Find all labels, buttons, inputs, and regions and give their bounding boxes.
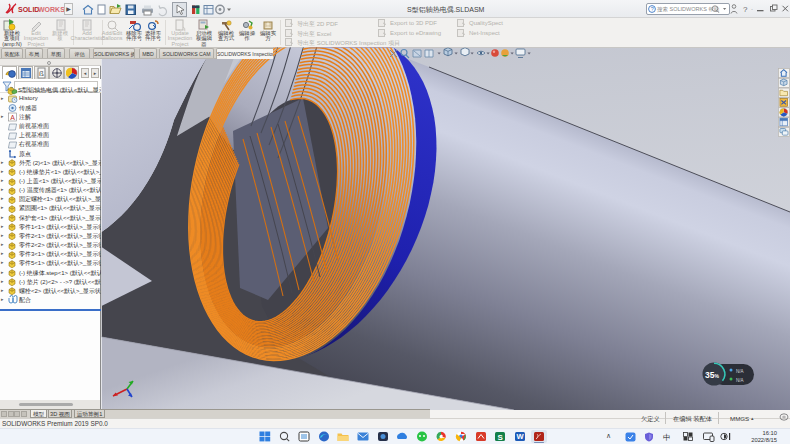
svg-text:S: S [498,433,504,442]
svg-text:ß: ß [39,69,44,78]
svg-text:W: W [516,432,524,441]
svg-text:N/A: N/A [736,369,744,374]
svg-text:A: A [10,114,15,121]
svg-text:N/A: N/A [736,378,744,383]
